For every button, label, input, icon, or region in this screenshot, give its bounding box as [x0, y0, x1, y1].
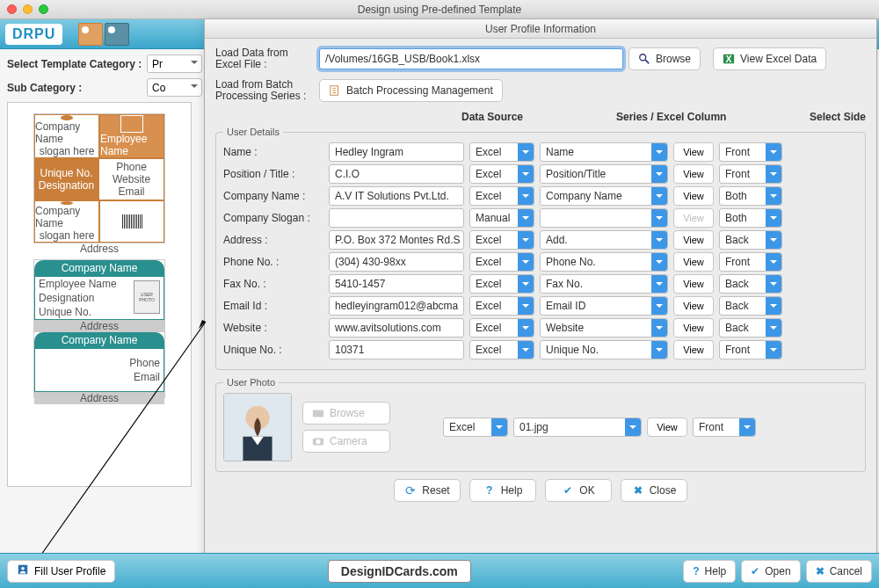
data-source-select[interactable]: Excel: [469, 340, 534, 359]
data-source-select[interactable]: Excel: [469, 164, 534, 184]
reset-button[interactable]: ⟳Reset: [394, 479, 461, 502]
data-source-select[interactable]: Excel: [469, 274, 534, 294]
data-source-select[interactable]: Excel: [469, 296, 534, 316]
status-bar: Fill User Profile DesignIDCards.com ?Hel…: [0, 553, 879, 588]
data-source-select[interactable]: Excel: [469, 186, 534, 206]
view-button[interactable]: View: [673, 164, 714, 184]
template-thumbnail-2[interactable]: Company Name Employee NameDesignationUni…: [33, 259, 165, 398]
side-select[interactable]: Back: [719, 274, 782, 294]
data-source-select[interactable]: Excel: [469, 252, 534, 272]
series-column-select[interactable]: Unique No.: [540, 340, 668, 359]
view-button: View: [673, 208, 714, 228]
detail-row: Position / Title :C.I.OExcelPosition/Tit…: [223, 164, 858, 184]
field-value-input[interactable]: 10371: [329, 340, 464, 359]
data-source-select[interactable]: Excel: [469, 142, 534, 162]
check-icon: ✔: [562, 484, 574, 497]
camera-icon: [312, 435, 324, 447]
field-value-input[interactable]: C.I.O: [329, 164, 464, 184]
detail-row: Phone No. :(304) 430-98xxExcelPhone No.V…: [223, 252, 858, 272]
close-window-icon[interactable]: [7, 4, 17, 14]
status-open-button[interactable]: ✔Open: [741, 560, 800, 583]
fill-user-profile-button[interactable]: Fill User Profile: [7, 560, 115, 583]
view-button[interactable]: View: [673, 274, 714, 294]
close-button[interactable]: ✖Close: [621, 479, 687, 502]
browse-excel-button[interactable]: Browse: [628, 47, 701, 70]
data-source-select[interactable]: Manual: [469, 208, 534, 228]
photo-view-button[interactable]: View: [647, 417, 687, 437]
field-label: Company Name :: [223, 190, 323, 202]
excel-icon: X: [723, 53, 735, 65]
side-select[interactable]: Back: [719, 296, 782, 316]
side-select[interactable]: Back: [719, 318, 782, 338]
series-column-select[interactable]: Position/Title: [540, 164, 668, 184]
side-select[interactable]: Back: [719, 230, 782, 250]
detail-row: Email Id :hedleyingram012@abcmaExcelEmai…: [223, 296, 858, 316]
svg-rect-8: [313, 410, 323, 417]
view-excel-data-button[interactable]: X View Excel Data: [713, 47, 826, 70]
detail-row: Company Slogan :ManualViewBoth: [223, 208, 858, 228]
field-label: Phone No. :: [223, 256, 323, 268]
minimize-window-icon[interactable]: [23, 4, 33, 14]
view-button[interactable]: View: [673, 252, 714, 272]
side-select[interactable]: Front: [719, 164, 782, 184]
user-profile-dialog: User Profile Information Load Data from …: [204, 19, 877, 557]
window-titlebar: Design using Pre-defined Template: [0, 0, 879, 19]
zoom-window-icon[interactable]: [39, 4, 48, 14]
dialog-footer: ⟳Reset ?Help ✔OK ✖Close: [215, 479, 866, 502]
close-icon: ✖: [632, 484, 644, 497]
folder-icon: [312, 407, 324, 419]
data-source-select[interactable]: Excel: [469, 318, 534, 338]
status-cancel-button[interactable]: ✖Cancel: [806, 560, 872, 583]
photo-side-select[interactable]: Front: [693, 417, 756, 437]
side-select[interactable]: Front: [719, 142, 782, 162]
detail-row: Fax No. :5410-1457ExcelFax No.ViewBack: [223, 274, 858, 294]
series-column-select[interactable]: Add.: [540, 230, 668, 250]
field-value-input[interactable]: Hedley Ingram: [329, 142, 464, 162]
search-icon: [638, 53, 650, 65]
view-button[interactable]: View: [673, 186, 714, 206]
series-column-select[interactable]: Website: [540, 318, 668, 338]
photo-browse-button[interactable]: Browse: [302, 402, 390, 425]
photo-camera-button[interactable]: Camera: [302, 430, 390, 453]
series-column-select[interactable]: Phone No.: [540, 252, 668, 272]
template-thumbnail-1[interactable]: Company Nameslogan here Employee Name Un…: [33, 113, 165, 243]
view-button[interactable]: View: [673, 230, 714, 250]
sub-category-select[interactable]: Co: [147, 78, 202, 97]
side-select[interactable]: Front: [719, 340, 782, 359]
view-button[interactable]: View: [673, 296, 714, 316]
series-column-select[interactable]: [540, 208, 668, 228]
field-value-input[interactable]: P.O. Box 372 Montes Rd.S: [329, 230, 464, 250]
help-icon: ?: [483, 484, 496, 497]
series-column-select[interactable]: Email ID: [540, 296, 668, 316]
status-help-button[interactable]: ?Help: [683, 560, 736, 583]
ok-button[interactable]: ✔OK: [545, 479, 612, 502]
side-select[interactable]: Both: [719, 186, 782, 206]
series-column-select[interactable]: Fax No.: [540, 274, 668, 294]
help-button[interactable]: ?Help: [469, 479, 536, 502]
template-category-select[interactable]: Pr: [147, 54, 202, 73]
batch-processing-button[interactable]: Batch Processing Management: [319, 79, 503, 102]
side-select[interactable]: Both: [719, 208, 782, 228]
field-value-input[interactable]: (304) 430-98xx: [329, 252, 464, 272]
template-icon-2[interactable]: [105, 23, 129, 46]
template-icon-1[interactable]: [78, 23, 103, 46]
field-value-input[interactable]: [329, 208, 464, 228]
data-source-select[interactable]: Excel: [469, 230, 534, 250]
excel-path-input[interactable]: /Volumes/16GB_USB/Book1.xlsx: [319, 48, 623, 69]
field-label: Name :: [223, 146, 323, 158]
template-list[interactable]: Company Nameslogan here Employee Name Un…: [7, 102, 192, 487]
view-button[interactable]: View: [673, 142, 714, 162]
photo-column-select[interactable]: 01.jpg: [513, 417, 642, 437]
view-button[interactable]: View: [673, 340, 714, 359]
field-value-input[interactable]: hedleyingram012@abcma: [329, 296, 464, 316]
detail-row: Name :Hedley IngramExcelNameViewFront: [223, 142, 858, 162]
field-value-input[interactable]: A.V IT Solutions Pvt.Ltd.: [329, 186, 464, 206]
user-details-legend: User Details: [223, 127, 283, 137]
series-column-select[interactable]: Name: [540, 142, 668, 162]
field-value-input[interactable]: www.avitsolutions.com: [329, 318, 464, 338]
field-value-input[interactable]: 5410-1457: [329, 274, 464, 294]
photo-source-select[interactable]: Excel: [443, 417, 508, 437]
view-button[interactable]: View: [673, 318, 714, 338]
side-select[interactable]: Front: [719, 252, 782, 272]
series-column-select[interactable]: Company Name: [540, 186, 668, 206]
